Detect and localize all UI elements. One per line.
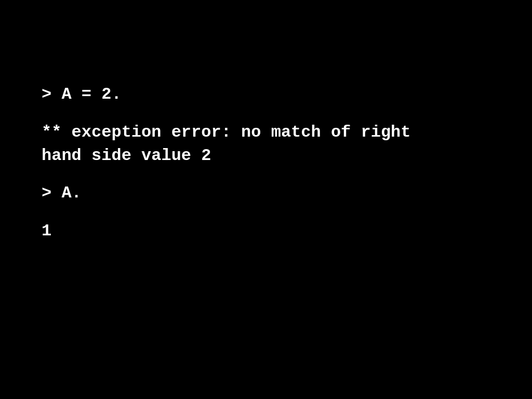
input-block-1: > A = 2.: [42, 83, 490, 107]
terminal-line-error-2: hand side value 2: [42, 144, 490, 168]
terminal-line-error-1: ** exception error: no match of right: [42, 121, 490, 144]
output-block: 1: [42, 220, 490, 243]
input-block-2: > A.: [42, 182, 490, 205]
terminal-window: > A = 2. ** exception error: no match of…: [0, 0, 532, 399]
error-block: ** exception error: no match of right ha…: [42, 121, 490, 168]
terminal-line-assignment: > A = 2.: [42, 83, 490, 107]
terminal-line-query: > A.: [42, 182, 490, 205]
terminal-line-result: 1: [42, 220, 490, 243]
